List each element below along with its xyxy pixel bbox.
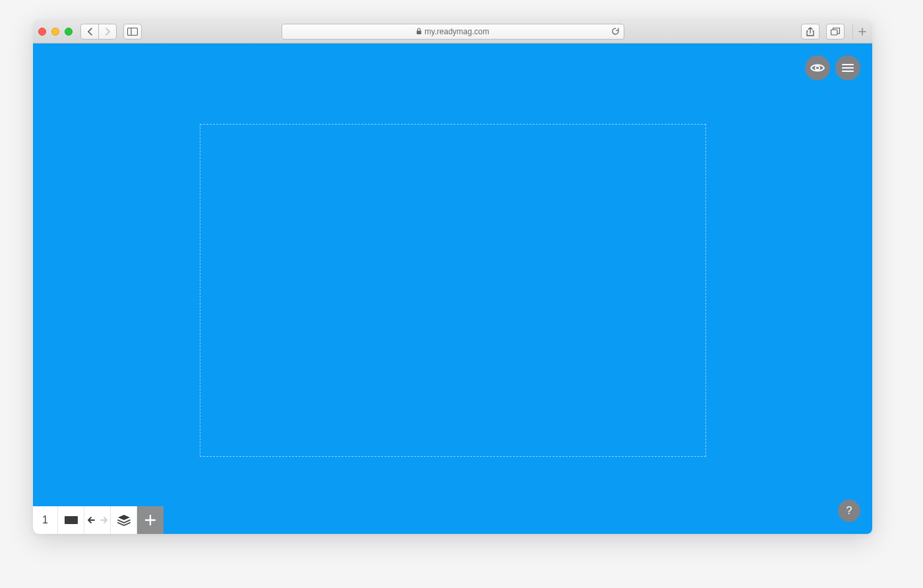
nav-buttons — [80, 24, 117, 40]
browser-titlebar: my.readymag.com — [33, 20, 872, 44]
browser-right-buttons — [801, 24, 867, 40]
desktop-icon — [64, 515, 78, 525]
page-indicator[interactable]: 1 — [33, 506, 58, 534]
maximize-window-button[interactable] — [65, 28, 73, 36]
close-window-button[interactable] — [38, 28, 46, 36]
svg-point-4 — [816, 66, 819, 70]
add-widget-button[interactable] — [137, 506, 164, 534]
sidebar-toggle-button[interactable] — [123, 24, 142, 40]
help-button[interactable]: ? — [838, 500, 860, 522]
menu-button[interactable] — [835, 55, 860, 80]
editor-viewport[interactable]: ? 1 — [33, 44, 872, 534]
top-controls — [805, 55, 860, 80]
browser-window: my.readymag.com — [33, 20, 872, 534]
undo-icon — [88, 516, 97, 524]
eye-icon — [810, 63, 825, 73]
reload-icon — [611, 27, 620, 36]
share-icon — [806, 27, 814, 36]
plus-icon — [858, 28, 866, 36]
tabs-button[interactable] — [826, 24, 845, 40]
svg-rect-0 — [128, 28, 138, 35]
lock-icon — [416, 28, 422, 35]
window-controls — [38, 28, 73, 36]
svg-rect-8 — [65, 516, 78, 524]
tabs-icon — [831, 28, 840, 36]
forward-button[interactable] — [98, 24, 117, 40]
sidebar-icon — [127, 28, 138, 36]
address-bar[interactable]: my.readymag.com — [282, 24, 624, 40]
reload-button[interactable] — [611, 27, 620, 36]
plus-icon — [145, 515, 156, 525]
undo-redo-group — [84, 506, 111, 534]
chevron-left-icon — [88, 28, 92, 36]
hamburger-icon — [842, 64, 854, 72]
device-preview-button[interactable] — [58, 506, 84, 534]
svg-rect-2 — [417, 31, 421, 35]
share-button[interactable] — [801, 24, 819, 40]
layers-icon — [117, 514, 131, 526]
redo-button[interactable] — [98, 516, 107, 524]
layers-button[interactable] — [111, 506, 137, 534]
svg-rect-3 — [831, 30, 838, 35]
canvas-safe-area — [200, 124, 706, 457]
new-tab-button[interactable] — [852, 24, 867, 39]
undo-button[interactable] — [88, 516, 97, 524]
preview-button[interactable] — [805, 55, 830, 80]
minimize-window-button[interactable] — [51, 28, 59, 36]
url-text: my.readymag.com — [425, 27, 489, 36]
help-label: ? — [847, 505, 852, 517]
bottom-toolbar: 1 — [33, 506, 164, 534]
page-number: 1 — [42, 514, 48, 526]
redo-icon — [98, 516, 107, 524]
chevron-right-icon — [105, 28, 110, 36]
back-button[interactable] — [80, 24, 99, 40]
